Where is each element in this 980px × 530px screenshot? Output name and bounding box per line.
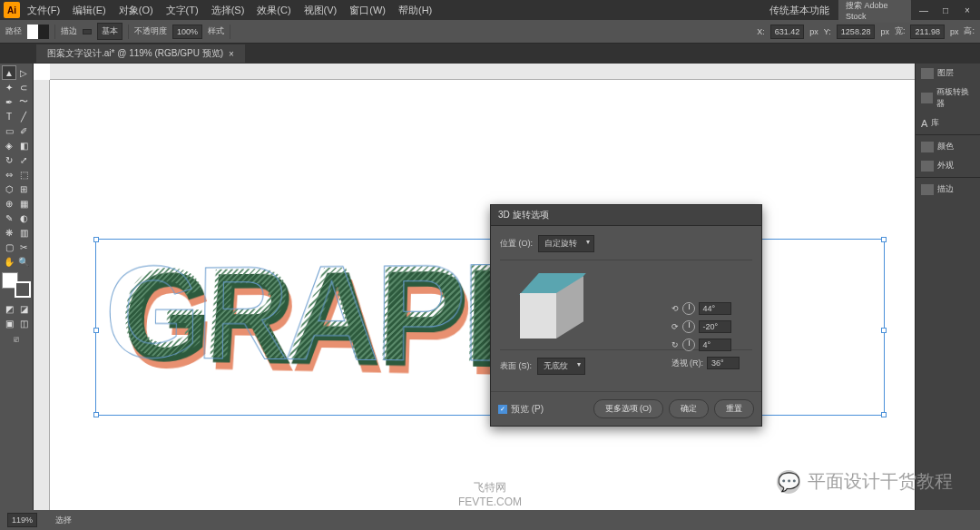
direct-selection-tool[interactable]: ▷ [16,65,31,80]
surface-dropdown[interactable]: 无底纹 [537,358,585,375]
eraser-tool[interactable]: ◧ [16,138,31,152]
x-axis-dial[interactable] [682,302,695,315]
scale-tool[interactable]: ⤢ [16,152,31,167]
blend-tool[interactable]: ◐ [16,211,31,225]
brush-def[interactable]: 基本 [97,23,122,40]
transform-y[interactable]: 1258.28 [837,25,876,39]
gradient-mode-icon[interactable]: ◪ [16,301,31,316]
z-axis-value[interactable]: 4° [699,339,731,351]
type-tool[interactable]: T [2,109,16,123]
maximize-button[interactable]: □ [936,4,955,16]
type-icon: A [921,118,927,129]
zoom-level[interactable]: 119% [7,513,37,527]
panel-layers[interactable]: 图层 [916,64,980,83]
draw-behind-icon[interactable]: ◫ [16,316,31,330]
magic-wand-tool[interactable]: ✦ [2,80,16,94]
transform-x-label: X: [757,27,765,36]
curvature-tool[interactable]: 〜 [16,94,31,109]
reset-button[interactable]: 重置 [714,399,754,418]
perspective-label: 透视 (R): [671,358,704,369]
selection-tool[interactable]: ▲ [2,65,16,80]
position-dropdown[interactable]: 自定旋转 [538,235,594,252]
x-axis-value[interactable]: 44° [699,302,731,315]
menu-type[interactable]: 文字(T) [161,2,204,19]
panel-appearance[interactable]: 外观 [916,156,980,175]
axis-icon: ⟲ [671,304,679,313]
shape-builder-tool[interactable]: ⬡ [2,182,16,196]
menu-object[interactable]: 对象(O) [113,2,159,19]
doc-tabs: 图案文字设计.ai* @ 119% (RGB/GPU 预览) × [0,44,980,64]
minimize-button[interactable]: — [915,4,933,16]
paintbrush-tool[interactable]: ✐ [16,123,31,138]
search-input[interactable]: 搜索 Adobe Stock [838,0,911,23]
layers-icon [921,68,934,79]
close-button[interactable]: × [958,4,976,16]
perspective-tool[interactable]: ⊞ [16,182,31,196]
panel-label: 库 [931,117,939,129]
fill-swatch[interactable] [27,25,49,39]
rectangle-tool[interactable]: ▭ [2,123,16,138]
rotate-tool[interactable]: ↻ [2,152,16,167]
artwork-graphic[interactable]: GRAPHIC GRAPHIC GRAPHIC GRAPHIC [86,234,885,416]
screen-mode-icon[interactable]: ⎚ [2,330,31,347]
y-axis-value[interactable]: -20° [699,320,731,333]
shaper-tool[interactable]: ◈ [2,138,16,152]
gradient-tool[interactable]: ▦ [16,196,31,211]
stroke-label: 描边 [61,25,77,37]
stroke-color[interactable] [15,281,31,298]
color-mode-icon[interactable]: ◩ [2,301,16,316]
width-tool[interactable]: ⇔ [2,167,16,182]
panel-stroke[interactable]: 描边 [916,180,980,199]
lasso-tool[interactable]: ⊂ [16,80,31,94]
ok-button[interactable]: 确定 [669,399,709,418]
y-axis-dial[interactable] [682,320,695,333]
transform-w[interactable]: 211.98 [910,25,945,39]
menu-window[interactable]: 窗口(W) [344,2,391,19]
panel-label: 外观 [937,160,954,172]
slice-tool[interactable]: ✂ [16,240,31,254]
menu-view[interactable]: 视图(V) [299,2,343,19]
ruler-horizontal[interactable] [50,64,915,80]
tab-close-icon[interactable]: × [229,49,234,59]
hand-tool[interactable]: ✋ [2,254,16,269]
color-icon [921,142,934,152]
menu-effect[interactable]: 效果(C) [251,2,296,19]
fill-stroke-swatch[interactable] [2,272,31,298]
transform-x[interactable]: 631.42 [770,25,805,39]
path-label: 路径 [5,25,22,37]
preview-checkbox[interactable]: ✓ [498,405,507,414]
workspace-switcher[interactable]: 传统基本功能 [764,2,835,19]
panel-color[interactable]: 颜色 [916,137,980,156]
menu-edit[interactable]: 编辑(E) [67,2,112,19]
free-transform-tool[interactable]: ⬚ [16,167,31,182]
stroke-weight[interactable] [83,29,92,34]
eyedropper-tool[interactable]: ✎ [2,211,16,225]
panel-artboards[interactable]: 画板转换器 [916,83,980,113]
pen-tool[interactable]: ✒ [2,94,16,109]
opacity-value[interactable]: 100% [172,25,202,39]
artboard-tool[interactable]: ▢ [2,240,16,254]
perspective-value[interactable]: 36° [707,357,740,369]
menu-help[interactable]: 帮助(H) [393,2,437,19]
zoom-tool[interactable]: 🔍 [16,254,31,269]
ruler-vertical[interactable] [34,80,50,510]
surface-label: 表面 (S): [500,360,532,372]
document-tab[interactable]: 图案文字设计.ai* @ 119% (RGB/GPU 预览) × [36,44,245,63]
panel-lib[interactable]: A库 [916,113,980,132]
more-options-button[interactable]: 更多选项 (O) [593,399,664,418]
preview-label: 预览 (P) [511,403,544,416]
panel-label: 描边 [937,183,954,195]
z-axis-dial[interactable] [682,339,695,351]
dialog-title[interactable]: 3D 旋转选项 [491,205,761,226]
graph-tool[interactable]: ▥ [16,225,31,240]
draw-normal-icon[interactable]: ▣ [2,316,16,330]
rotation-preview-cube[interactable] [513,273,585,346]
opacity-label: 不透明度 [134,25,167,37]
px-suffix: px [809,27,818,36]
line-tool[interactable]: ╱ [16,109,31,123]
artboard[interactable]: GRAPHIC GRAPHIC GRAPHIC GRAPHIC [50,80,915,510]
menu-select[interactable]: 选择(S) [206,2,250,19]
menu-file[interactable]: 文件(F) [22,2,65,19]
symbol-sprayer-tool[interactable]: ❋ [2,225,16,240]
mesh-tool[interactable]: ⊕ [2,196,16,211]
